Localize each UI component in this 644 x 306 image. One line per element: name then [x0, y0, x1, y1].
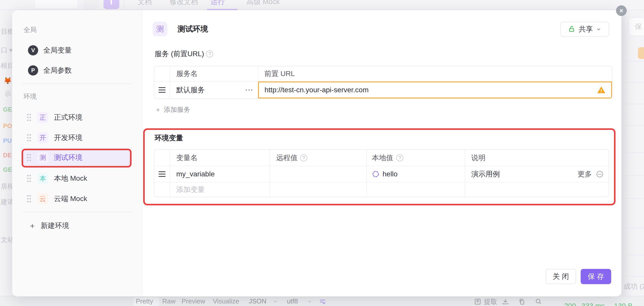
- env-label: 开发环境: [54, 133, 82, 143]
- drag-handle-icon[interactable]: [26, 195, 32, 203]
- service-table-row: 默认服务 ··· http://test-cn.your-api-server.…: [154, 81, 612, 98]
- parameter-icon: P: [28, 65, 38, 75]
- status-code-value: 200: [564, 302, 576, 306]
- word-wrap-icon[interactable]: [319, 298, 326, 306]
- service-section-label: 服务 (前置URL): [155, 49, 213, 59]
- sidebar-item-example-partial[interactable]: 示: [5, 89, 11, 98]
- description-cell[interactable]: 演示用例 更多: [465, 166, 609, 182]
- env-label: 本地 Mock: [54, 174, 87, 183]
- method-delete-label[interactable]: DE: [3, 152, 12, 159]
- env-item-local-mock[interactable]: 本 本地 Mock: [22, 170, 132, 187]
- method-get-label[interactable]: GE: [3, 166, 12, 173]
- service-table-header: 服务名 前置 URL: [154, 66, 612, 81]
- tab-advanced-mock[interactable]: 高级 Mock: [246, 0, 280, 8]
- add-variable-row: 添加变量: [154, 182, 609, 197]
- empty-remote-cell[interactable]: [270, 182, 367, 197]
- share-button[interactable]: 共享: [560, 22, 609, 37]
- help-icon[interactable]: [300, 154, 307, 161]
- empty-drag-cell: [154, 182, 170, 197]
- tab-pretty[interactable]: Pretty: [136, 297, 153, 305]
- close-button[interactable]: 关 闭: [546, 269, 576, 284]
- empty-local-cell[interactable]: [367, 182, 465, 197]
- base-url-value: http://test-cn.your-api-server.com: [265, 86, 597, 94]
- sidebar-item-root-partial[interactable]: 根目: [1, 61, 12, 70]
- chevron-down-icon: [273, 299, 278, 305]
- sidebar-divider: [22, 83, 132, 84]
- base-url-cell: http://test-cn.your-api-server.com: [258, 82, 612, 98]
- format-select[interactable]: JSON: [249, 297, 266, 305]
- add-service-label: 添加服务: [164, 105, 190, 114]
- sidebar-item-global-params[interactable]: P 全局参数: [22, 62, 132, 79]
- close-icon[interactable]: [616, 5, 627, 16]
- global-section-label: 全局: [23, 25, 37, 34]
- drag-handle-icon[interactable]: [154, 166, 170, 182]
- copy-icon[interactable]: [518, 298, 526, 306]
- env-badge: 云: [37, 193, 48, 204]
- remote-value-cell[interactable]: [270, 166, 367, 182]
- remove-row-icon[interactable]: [596, 170, 604, 178]
- sidebar-item-new-request-partial[interactable]: 建请: [1, 197, 12, 206]
- method-get-label[interactable]: GE: [3, 106, 12, 113]
- variable-name-cell[interactable]: my_variable: [170, 166, 270, 182]
- download-icon[interactable]: [502, 298, 509, 306]
- env-label: 测试环境: [54, 153, 82, 162]
- help-icon[interactable]: [206, 50, 213, 57]
- tab-preview[interactable]: Preview: [182, 297, 205, 305]
- tab-raw[interactable]: Raw: [162, 297, 175, 305]
- service-table: 服务名 前置 URL 默认服务 ··· http://test-cn.your-…: [154, 66, 612, 99]
- response-success-text: 成功 (2: [623, 282, 644, 291]
- drag-handle-icon[interactable]: [26, 134, 32, 142]
- status-chip-partial: [638, 47, 644, 59]
- empty-desc-cell[interactable]: [465, 182, 609, 197]
- env-item-development[interactable]: 开 开发环境: [22, 130, 132, 146]
- env-label: 云端 Mock: [54, 194, 87, 204]
- new-environment-button[interactable]: ＋ 新建环境: [22, 219, 132, 233]
- tab-edit-docs[interactable]: 修改文档: [170, 0, 198, 8]
- primary-action-button-partial[interactable]: [104, 0, 119, 9]
- method-post-label[interactable]: PO: [3, 123, 12, 130]
- service-name-cell[interactable]: 默认服务 ···: [170, 82, 258, 98]
- sidebar-item-data-model-partial[interactable]: 居模: [1, 182, 12, 191]
- drag-handle-icon[interactable]: [26, 175, 32, 182]
- save-button[interactable]: 保 存: [581, 269, 611, 284]
- env-item-production[interactable]: 正 正式环境: [22, 109, 132, 126]
- add-service-button[interactable]: ＋ 添加服务: [155, 105, 190, 114]
- help-icon[interactable]: [396, 154, 403, 161]
- sidebar-item-global-variables[interactable]: V 全局变量: [22, 42, 132, 58]
- service-section-text: 服务 (前置URL): [155, 49, 204, 59]
- env-item-cloud-mock[interactable]: 云 云端 Mock: [22, 191, 132, 207]
- env-item-testing-selected[interactable]: 测 测试环境: [22, 149, 132, 166]
- send-button-partial[interactable]: [83, 0, 99, 9]
- method-put-label[interactable]: PU: [3, 137, 12, 144]
- sidebar-item-doc-site-partial[interactable]: 文站: [1, 235, 12, 244]
- drag-handle-icon[interactable]: [26, 154, 32, 161]
- sidebar-item-api-partial[interactable]: 口 ▾: [1, 46, 12, 55]
- search-icon[interactable]: [535, 298, 543, 306]
- variable-name-header: 变量名: [170, 150, 270, 166]
- request-url-input-partial[interactable]: [34, 0, 78, 9]
- drag-handle-icon[interactable]: [26, 114, 32, 121]
- variables-table: 变量名 远程值 本地值 说明 my_variable hello 演示用例: [154, 149, 609, 197]
- extract-icon[interactable]: [474, 298, 481, 306]
- service-name-header: 服务名: [170, 66, 258, 81]
- tab-run[interactable]: 运行: [211, 0, 225, 8]
- local-value-header: 本地值: [367, 150, 465, 166]
- background-bottom-bar: Pretty Raw Preview Visualize JSON utf8 提…: [0, 296, 644, 306]
- tab-docs[interactable]: 文档: [138, 0, 152, 8]
- more-button[interactable]: 更多: [578, 169, 592, 179]
- global-params-label: 全局参数: [43, 66, 72, 75]
- plus-icon: ＋: [28, 221, 36, 231]
- remote-value-header: 远程值: [270, 150, 367, 166]
- drag-handle-icon[interactable]: [154, 82, 170, 98]
- encoding-select[interactable]: utf8: [287, 297, 298, 305]
- add-variable-input[interactable]: 添加变量: [170, 182, 270, 197]
- page-title: 测试环境: [178, 24, 208, 34]
- more-options-icon[interactable]: ···: [245, 86, 254, 94]
- save-button-partial[interactable]: 保: [629, 17, 644, 36]
- sidebar-item-overview-partial[interactable]: 目概: [1, 27, 12, 36]
- extract-label[interactable]: 提取: [484, 297, 497, 306]
- tab-visualize[interactable]: Visualize: [213, 297, 239, 305]
- local-value-cell[interactable]: hello: [367, 166, 465, 182]
- base-url-input[interactable]: http://test-cn.your-api-server.com: [258, 82, 612, 98]
- environment-settings-modal: 全局 V 全局变量 P 全局参数 环境 正 正式环境 开 开发环境: [12, 10, 621, 296]
